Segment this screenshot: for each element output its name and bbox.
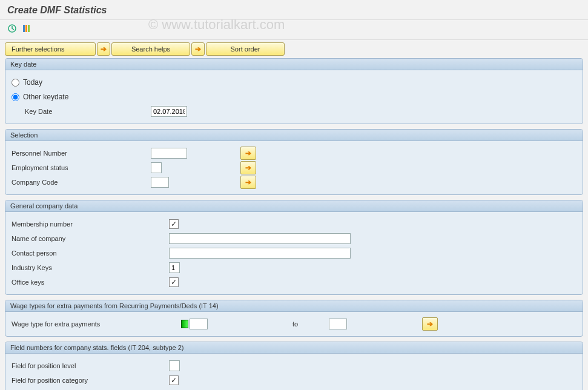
checkbox-position-category[interactable]: ✓ — [169, 375, 179, 385]
input-contact-person[interactable] — [169, 248, 351, 259]
group-general-company: General company data Membership number ✓… — [5, 200, 583, 295]
group-keydate: Key date Today Other keydate Key Date — [5, 58, 583, 124]
multiple-selection-button[interactable]: ➔ — [240, 176, 256, 189]
button-label: Further selections — [12, 45, 64, 53]
arrow-right-icon: ➔ — [427, 320, 433, 328]
sort-order-arrow[interactable]: ➔ — [191, 42, 205, 56]
sort-order-button[interactable]: Sort order — [206, 42, 285, 56]
input-key-date[interactable] — [151, 106, 187, 117]
input-industry-keys[interactable] — [169, 262, 180, 273]
search-helps-arrow[interactable]: ➔ — [97, 42, 110, 56]
group-field-numbers: Field numbers for company stats. fields … — [5, 342, 583, 390]
arrow-right-icon: ➔ — [195, 45, 201, 53]
group-selection: Selection Personnel Number ➔ Employment … — [5, 129, 583, 195]
page-title: Create DMF Statistics — [0, 0, 588, 20]
label-name-of-company: Name of company — [12, 235, 169, 242]
group-header: Key date — [5, 59, 583, 70]
search-helps-button[interactable]: Search helps — [111, 42, 190, 56]
label-office-keys: Office keys — [12, 279, 169, 286]
label-membership-number: Membership number — [12, 220, 169, 228]
checkbox-office-keys[interactable]: ✓ — [169, 277, 179, 287]
svg-rect-2 — [25, 25, 27, 32]
arrow-right-icon: ➔ — [245, 164, 251, 172]
group-header: Field numbers for company stats. fields … — [5, 342, 583, 354]
button-label: Search helps — [131, 45, 170, 53]
radio-other-keydate[interactable] — [12, 93, 19, 101]
label-company-code: Company Code — [12, 179, 151, 186]
input-personnel-number[interactable] — [151, 148, 187, 159]
execute-icon[interactable] — [6, 22, 18, 35]
label-key-date: Key Date — [12, 108, 151, 115]
label-employment-status: Employment status — [12, 164, 151, 171]
input-position-level[interactable] — [169, 360, 180, 371]
label-personnel-number: Personnel Number — [12, 150, 151, 157]
input-employment-status[interactable] — [151, 162, 162, 173]
range-indicator-icon — [181, 320, 188, 328]
arrow-right-icon: ➔ — [101, 45, 107, 53]
radio-today[interactable] — [12, 79, 19, 87]
arrow-right-icon: ➔ — [245, 178, 251, 187]
checkbox-membership-number[interactable]: ✓ — [169, 219, 179, 229]
multiple-selection-button[interactable]: ➔ — [422, 317, 438, 331]
group-header: Wage types for extra payments from Recur… — [5, 300, 583, 312]
arrow-right-icon: ➔ — [245, 149, 251, 157]
svg-rect-1 — [23, 25, 25, 32]
group-header: Selection — [5, 130, 583, 141]
input-wage-type-from[interactable] — [190, 319, 208, 329]
label-other-keydate: Other keydate — [23, 93, 68, 101]
label-to: to — [292, 320, 329, 328]
label-contact-person: Contact person — [12, 250, 169, 257]
group-header: General company data — [5, 200, 583, 212]
multiple-selection-button[interactable]: ➔ — [240, 147, 256, 160]
group-wage-types: Wage types for extra payments from Recur… — [5, 300, 583, 337]
input-company-code[interactable] — [151, 177, 169, 188]
app-toolbar — [0, 20, 588, 40]
multiple-selection-button[interactable]: ➔ — [240, 161, 256, 174]
input-wage-type-to[interactable] — [329, 319, 347, 329]
label-industry-keys: Industry Keys — [12, 264, 169, 271]
label-position-category: Field for position category — [12, 377, 169, 384]
top-button-row: Further selections ➔ Search helps ➔ Sort… — [5, 42, 583, 56]
further-selections-button[interactable]: Further selections — [5, 42, 96, 56]
label-position-level: Field for position level — [12, 362, 169, 369]
label-wage-type: Wage type for extra payments — [12, 320, 181, 328]
input-name-of-company[interactable] — [169, 233, 351, 244]
label-today: Today — [23, 78, 42, 87]
svg-rect-3 — [28, 25, 30, 32]
button-label: Sort order — [231, 45, 260, 53]
variant-icon[interactable] — [21, 22, 33, 35]
